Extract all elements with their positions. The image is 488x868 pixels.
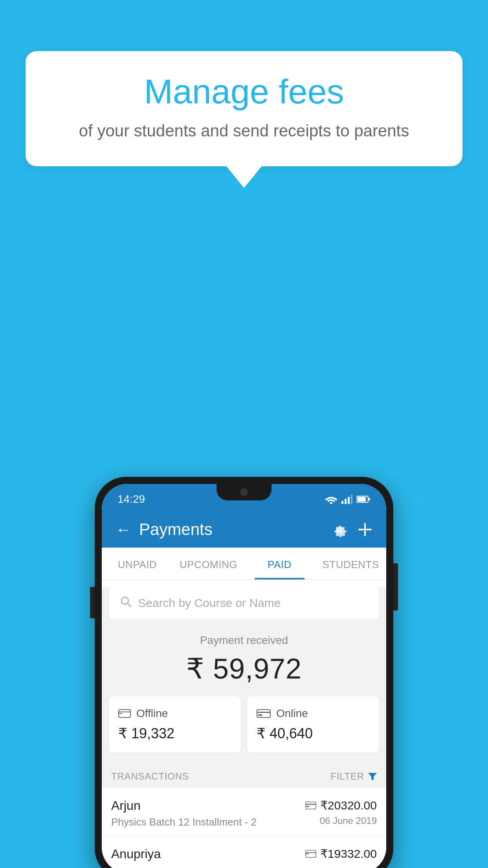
- online-label: Online: [276, 707, 308, 720]
- tabs-bar: UNPAID UPCOMING PAID STUDENTS: [102, 548, 386, 580]
- transactions-header: TRANSACTIONS FILTER: [102, 762, 386, 788]
- transaction-name: Anupriya: [111, 847, 305, 861]
- svg-rect-3: [348, 497, 350, 504]
- offline-card: Offline ₹ 19,332: [109, 696, 241, 753]
- search-bar[interactable]: Search by Course or Name: [109, 587, 379, 619]
- payment-type-online-icon: [305, 801, 316, 810]
- search-icon: [120, 596, 132, 611]
- transaction-right: ₹19332.00: [305, 847, 377, 864]
- offline-payment-icon: [118, 708, 131, 719]
- offline-amount: ₹ 19,332: [118, 725, 231, 742]
- table-row[interactable]: Anupriya ₹19332.00: [102, 837, 386, 868]
- settings-icon[interactable]: [332, 522, 347, 537]
- svg-point-0: [330, 502, 332, 504]
- status-icons: [325, 495, 371, 504]
- svg-rect-17: [258, 714, 262, 716]
- svg-rect-15: [257, 710, 270, 717]
- offline-label: Offline: [136, 707, 168, 720]
- phone-outer: 14:29: [95, 477, 393, 868]
- online-card: Online ₹ 40,640: [247, 696, 379, 753]
- phone-screen: 14:29: [102, 484, 386, 868]
- payment-received-label: Payment received: [110, 634, 378, 647]
- tab-paid[interactable]: PAID: [244, 548, 315, 579]
- tab-students[interactable]: STUDENTS: [315, 548, 386, 579]
- online-amount: ₹ 40,640: [257, 725, 370, 742]
- svg-rect-21: [306, 806, 309, 807]
- status-time: 14:29: [117, 493, 145, 506]
- page-title: Payments: [139, 520, 213, 539]
- header-right: [332, 522, 372, 537]
- transaction-left: Arjun Physics Batch 12 Installment - 2: [111, 798, 305, 828]
- transaction-amount: ₹19332.00: [320, 847, 377, 861]
- search-input[interactable]: Search by Course or Name: [138, 596, 368, 610]
- svg-line-11: [128, 603, 131, 607]
- camera: [240, 489, 248, 496]
- svg-rect-4: [351, 495, 352, 504]
- phone-notch: [216, 484, 272, 500]
- amount-row: ₹20320.00: [305, 798, 377, 812]
- payment-type-offline-icon: [305, 850, 316, 858]
- speech-bubble-arrow: [226, 166, 262, 188]
- add-button[interactable]: [358, 522, 372, 537]
- wifi-icon: [325, 495, 338, 504]
- transaction-name: Arjun: [111, 798, 305, 813]
- svg-marker-18: [368, 773, 377, 780]
- transactions-label: TRANSACTIONS: [111, 771, 189, 782]
- payment-cards-row: Offline ₹ 19,332 Online: [102, 696, 386, 762]
- table-row[interactable]: Arjun Physics Batch 12 Installment - 2 ₹…: [102, 788, 386, 837]
- online-card-header: Online: [257, 707, 370, 720]
- svg-rect-1: [341, 501, 343, 504]
- tab-upcoming[interactable]: UPCOMING: [173, 548, 244, 579]
- header-left: ← Payments: [116, 520, 213, 539]
- transaction-left: Anupriya: [111, 847, 305, 864]
- svg-rect-19: [306, 802, 316, 809]
- transaction-detail: Physics Batch 12 Installment - 2: [111, 816, 305, 828]
- back-button[interactable]: ←: [116, 522, 131, 537]
- offline-card-header: Offline: [118, 707, 231, 720]
- speech-bubble-subtitle: of your students and send receipts to pa…: [57, 120, 431, 143]
- payment-total-amount: ₹ 59,972: [110, 652, 378, 685]
- transaction-date: 06 June 2019: [305, 815, 377, 826]
- speech-bubble-wrapper: Manage fees of your students and send re…: [26, 51, 462, 188]
- signal-icon: [341, 495, 352, 504]
- phone-device: 14:29: [95, 477, 393, 868]
- filter-icon: [368, 772, 377, 781]
- filter-label: FILTER: [330, 771, 364, 782]
- svg-rect-6: [357, 497, 366, 502]
- svg-rect-7: [369, 498, 370, 500]
- payment-summary: Payment received ₹ 59,972: [102, 619, 386, 696]
- online-payment-icon: [257, 708, 271, 719]
- transaction-right: ₹20320.00 06 June 2019: [305, 798, 377, 826]
- tab-unpaid[interactable]: UNPAID: [102, 548, 173, 579]
- transaction-amount: ₹20320.00: [320, 798, 377, 812]
- filter-button[interactable]: FILTER: [330, 771, 377, 782]
- svg-rect-2: [345, 499, 347, 504]
- speech-bubble-title: Manage fees: [57, 73, 431, 111]
- amount-row: ₹19332.00: [305, 847, 377, 861]
- speech-bubble: Manage fees of your students and send re…: [26, 51, 462, 166]
- battery-icon: [356, 495, 371, 503]
- app-content: Search by Course or Name Payment receive…: [102, 587, 386, 868]
- app-header: ← Payments: [102, 511, 386, 548]
